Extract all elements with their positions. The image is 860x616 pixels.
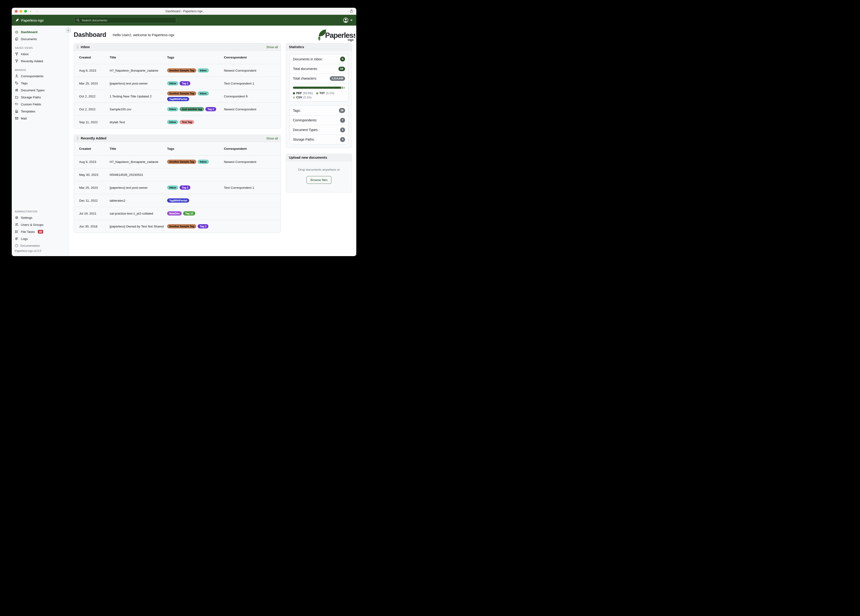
close-button[interactable]: [15, 10, 17, 13]
stat-badge: 28: [339, 108, 345, 113]
column-header-tags: Tags: [167, 56, 224, 59]
hash-icon: [15, 88, 19, 92]
sidebar-item-tags[interactable]: Tags: [12, 80, 68, 86]
tag-another-sample-tag[interactable]: Another Sample Tag: [167, 91, 196, 96]
back-icon[interactable]: ‹: [28, 8, 33, 14]
brand[interactable]: Paperless-ngx: [15, 18, 44, 23]
sidebar-item-inbox[interactable]: Inbox: [12, 50, 68, 58]
table-row[interactable]: Oct 2, 2022 Sample100.csv InboxJust anot…: [74, 102, 281, 115]
account-menu[interactable]: [343, 17, 353, 23]
cell-created: Aug 9, 2023: [79, 160, 110, 163]
tag-inbox[interactable]: Inbox: [167, 120, 178, 124]
browse-files-button[interactable]: Browse files: [306, 176, 332, 184]
tag-tag-2[interactable]: Tag 2: [206, 107, 216, 111]
table-row[interactable]: Oct 2, 2022 1 Testing New Title Updated …: [74, 90, 281, 102]
tag-another-sample-tag[interactable]: Another Sample Tag: [167, 224, 196, 228]
cell-created: Jun 30, 2018: [79, 225, 110, 228]
minimize-button[interactable]: [19, 10, 22, 13]
search-box: [74, 17, 176, 23]
tag-newone[interactable]: NewOne: [167, 211, 182, 215]
cell-correspondent: Newest Correspondent: [224, 107, 276, 111]
stat-badge: 7: [340, 118, 345, 123]
tag-inbox[interactable]: Inbox: [167, 81, 178, 85]
tag-tagwithpartial[interactable]: TagWithPartial: [167, 97, 189, 101]
app-version: Paperless-ngx v2.0.0: [12, 248, 68, 256]
brand-label: Paperless-ngx: [21, 18, 44, 22]
cell-title: Sample100.csv: [110, 107, 167, 111]
table-row[interactable]: Sep 11, 2022 drylab Test InboxTest Tag: [74, 115, 281, 129]
search-input[interactable]: [74, 17, 176, 23]
cell-title: H7_Napoleon_Bonaparte_zadanie: [110, 69, 167, 72]
table-row[interactable]: Aug 9, 2023 H7_Napoleon_Bonaparte_zadani…: [74, 64, 281, 77]
tag-another-sample-tag[interactable]: Another Sample Tag: [167, 68, 196, 72]
user-avatar-icon: [343, 17, 348, 23]
documents-icon: [15, 37, 19, 41]
file-type-chart: PDF(93.8%) TXT(3.1%) CSV(3.1%): [290, 83, 348, 101]
tasks-icon: [15, 230, 19, 234]
tag-icon: [15, 81, 19, 85]
file-tasks-badge: 16: [38, 230, 44, 234]
home-icon: [15, 30, 19, 34]
sidebar-item-file-tasks[interactable]: File Tasks16: [12, 228, 68, 235]
show-all-link[interactable]: Show all: [267, 45, 278, 49]
sidebar-item-templates[interactable]: Templates: [12, 108, 68, 115]
tag-inbox[interactable]: Inbox: [198, 91, 209, 96]
titlebar: ‹ › Dashboard - Paperless-ngx: [12, 8, 356, 15]
statistics-counts: Documents in inbox: 5 Total documents: 6…: [289, 54, 348, 102]
paperless-logo: Paperless -ngx: [317, 28, 355, 43]
statistics-title: Statistics: [289, 45, 304, 49]
top-navbar: Paperless-ngx: [12, 15, 356, 25]
table-row[interactable]: May 30, 2023 0004814539_20230531: [74, 168, 281, 181]
sidebar-item-documents[interactable]: Documents: [12, 35, 68, 42]
sidebar-item-dashboard[interactable]: Dashboard: [12, 28, 68, 35]
share-icon[interactable]: [350, 9, 353, 14]
sidebar-item-users-groups[interactable]: Users & Groups: [12, 221, 68, 228]
legend-pdf: PDF(93.8%): [293, 91, 313, 95]
sidebar-item-documentation[interactable]: ? Documentation: [12, 242, 68, 248]
sidebar-item-mail[interactable]: Mail: [12, 115, 68, 122]
cell-created: Sep 11, 2022: [79, 120, 110, 124]
cell-tags: InboxTest Tag: [167, 120, 224, 124]
show-all-link[interactable]: Show all: [267, 137, 278, 140]
sidebar-item-custom-fields[interactable]: Custom Fields: [12, 101, 68, 108]
cell-tags: InboxTag 2: [167, 185, 224, 190]
drag-handle-icon[interactable]: [77, 45, 78, 49]
stat-row-correspondents-: Correspondents: 7: [290, 115, 348, 125]
sidebar-item-document-types[interactable]: Document Types: [12, 86, 68, 94]
table-row[interactable]: Jun 30, 2018 [paperless] Owned by Test N…: [74, 220, 281, 233]
maximize-button[interactable]: [24, 10, 27, 13]
table-header: CreatedTitleTagsCorrespondent: [74, 51, 281, 64]
page-head: Dashboard Hello User2, welcome to Paperl…: [74, 31, 352, 39]
tag-inbox[interactable]: Inbox: [167, 185, 178, 190]
sidebar-item-storage-paths[interactable]: Storage Paths: [12, 94, 68, 101]
table-row[interactable]: Jul 19, 2021 sat-practice-test-1_pt2-col…: [74, 207, 281, 220]
drag-handle-icon[interactable]: [77, 137, 78, 140]
tag-tag-2[interactable]: Tag 2: [180, 81, 190, 85]
forward-icon[interactable]: ›: [35, 8, 39, 14]
sidebar-item-correspondents[interactable]: Correspondents: [12, 72, 68, 80]
cell-title: [paperless] test post-owner: [110, 82, 167, 85]
tag-inbox[interactable]: Inbox: [198, 160, 209, 164]
tag-tag-2[interactable]: Tag 2: [180, 185, 190, 190]
table-row[interactable]: Mar 25, 2023 [paperless] test post-owner…: [74, 181, 281, 194]
tag-test-tag[interactable]: Test Tag: [180, 120, 194, 124]
table-row[interactable]: Dec 11, 2022 tablerates2 TagWithPartial: [74, 194, 281, 207]
search-icon: [76, 19, 80, 22]
table-row[interactable]: Aug 9, 2023 H7_Napoleon_Bonaparte_zadani…: [74, 155, 281, 168]
tag-inbox[interactable]: Inbox: [167, 107, 178, 111]
cell-created: May 30, 2023: [79, 173, 110, 176]
sidebar-item-logs[interactable]: Logs: [12, 235, 68, 242]
sidebar-item-settings[interactable]: Settings: [12, 214, 68, 221]
tag-tag-12[interactable]: Tag 12: [183, 211, 195, 215]
tag-just-another-tag[interactable]: Just another tag: [180, 107, 204, 111]
table-row[interactable]: Mar 25, 2023 [paperless] test post-owner…: [74, 77, 281, 90]
tag-tagwithpartial[interactable]: TagWithPartial: [167, 198, 189, 203]
cell-tags: InboxTag 2: [167, 81, 224, 85]
cell-tags: Another Sample TagInbox: [167, 160, 224, 164]
sidebar-collapse-button[interactable]: «: [66, 28, 71, 33]
tag-inbox[interactable]: Inbox: [198, 68, 209, 72]
sidebar: « DashboardDocumentsSAVED VIEWSInboxRece…: [12, 25, 69, 256]
tag-tag-2[interactable]: Tag 2: [198, 224, 209, 228]
sidebar-item-recently-added[interactable]: Recently Added: [12, 58, 68, 64]
tag-another-sample-tag[interactable]: Another Sample Tag: [167, 160, 196, 164]
